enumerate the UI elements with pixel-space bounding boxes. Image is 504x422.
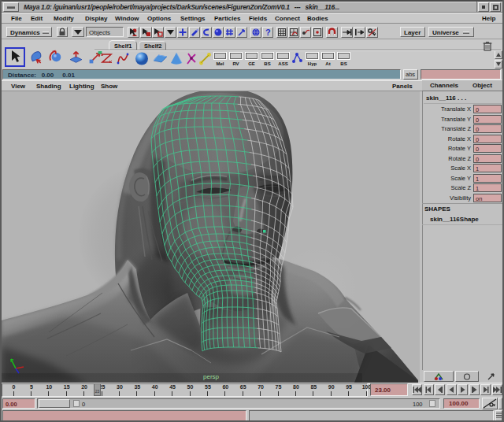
svg-text:persp: persp	[203, 373, 220, 380]
svg-text:?: ?	[265, 28, 271, 37]
